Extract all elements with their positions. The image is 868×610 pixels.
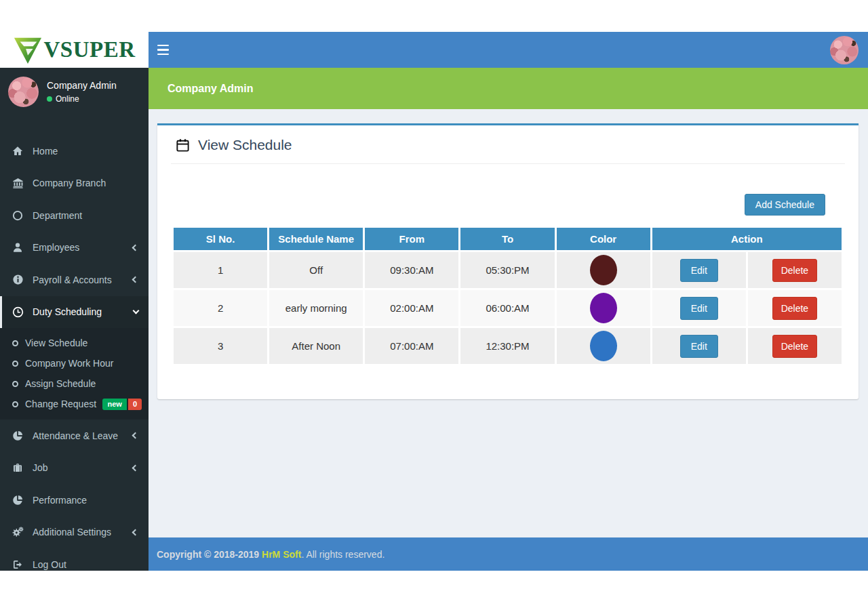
navbar-user-avatar[interactable] xyxy=(830,36,859,64)
circle-outline-icon xyxy=(12,361,18,367)
schedule-color-swatch xyxy=(590,255,617,285)
table-row: 1 Off 09:30:AM 05:30:PM Edit Delete xyxy=(174,252,842,288)
cell-sl-no: 2 xyxy=(174,290,267,326)
circle-outline-icon xyxy=(11,209,24,222)
submenu-item-company-work-hour[interactable]: Company Work Hour xyxy=(0,353,149,373)
cell-schedule-name: After Noon xyxy=(269,328,363,364)
card-title: View Schedule xyxy=(198,137,292,153)
cell-from: 02:00:AM xyxy=(365,290,458,326)
bank-icon xyxy=(11,176,24,190)
circle-outline-icon xyxy=(12,381,18,387)
page-header: Company Admin xyxy=(149,68,868,109)
copyright-text: Copyright © 2018-2019 xyxy=(157,549,262,560)
add-schedule-button[interactable]: Add Schedule xyxy=(745,194,825,216)
view-schedule-card: View Schedule Add Schedule Sl No. Schedu… xyxy=(157,123,859,399)
cell-to: 12:30:PM xyxy=(460,328,554,364)
app-window: VSUPER Company Admin Online xyxy=(0,32,868,571)
sidebar-user-avatar[interactable] xyxy=(8,77,39,107)
sidebar-item-label: Department xyxy=(33,210,82,221)
chevron-down-icon xyxy=(133,308,140,314)
sidebar-item-label: Additional Settings xyxy=(33,527,111,537)
page-title: Company Admin xyxy=(167,83,254,95)
sidebar-item-attendance-leave[interactable]: Attendance & Leave xyxy=(0,420,149,452)
delete-button[interactable]: Delete xyxy=(772,259,817,282)
sidebar-item-label: Log Out xyxy=(33,559,66,570)
edit-button[interactable]: Edit xyxy=(680,335,718,358)
chevron-left-icon xyxy=(132,464,139,471)
edit-button[interactable]: Edit xyxy=(680,259,718,282)
circle-outline-icon xyxy=(12,340,18,346)
edit-button[interactable]: Edit xyxy=(680,297,718,320)
user-name: Company Admin xyxy=(47,80,117,91)
online-status-dot xyxy=(47,96,52,102)
card-title-divider xyxy=(171,163,845,164)
sidebar-item-employees[interactable]: Employees xyxy=(0,232,149,264)
header-from: From xyxy=(365,228,458,250)
cell-schedule-name: early morning xyxy=(269,290,363,326)
sidebar-item-company-branch[interactable]: Company Branch xyxy=(0,167,149,200)
sidebar-item-job[interactable]: Job xyxy=(0,452,149,485)
sidebar-item-log-out[interactable]: Log Out xyxy=(0,548,149,571)
cell-schedule-name: Off xyxy=(269,252,363,288)
delete-button[interactable]: Delete xyxy=(772,335,817,358)
rights-text: . All rights reserved. xyxy=(301,549,384,560)
sidebar-menu: Home Company Branch Department xyxy=(0,135,149,571)
sidebar-item-department[interactable]: Department xyxy=(0,199,149,232)
chevron-left-icon xyxy=(132,277,139,283)
clock-icon xyxy=(11,305,24,319)
footer: Copyright © 2018-2019 HrM Soft. All righ… xyxy=(149,537,868,571)
schedule-color-swatch xyxy=(590,331,617,361)
sidebar-item-label: Performance xyxy=(33,495,87,506)
cell-sl-no: 3 xyxy=(174,328,267,364)
pie-chart-icon xyxy=(11,429,24,443)
online-status-label: Online xyxy=(56,94,79,104)
submenu-item-change-request[interactable]: Change Request new 0 xyxy=(0,394,149,414)
sidebar-item-performance[interactable]: Performance xyxy=(0,484,149,516)
calendar-icon xyxy=(175,138,191,153)
content-area: View Schedule Add Schedule Sl No. Schedu… xyxy=(149,109,868,537)
sidebar-item-duty-scheduling[interactable]: Duty Scheduling xyxy=(0,296,149,329)
delete-button[interactable]: Delete xyxy=(772,297,817,320)
sidebar-item-label: Company Branch xyxy=(33,178,106,188)
submenu-item-view-schedule[interactable]: View Schedule xyxy=(0,333,149,353)
header-schedule-name: Schedule Name xyxy=(269,228,363,250)
brand-name: HrM Soft xyxy=(262,549,301,560)
sidebar-item-payroll-accounts[interactable]: Payroll & Accounts xyxy=(0,264,149,296)
header-to: To xyxy=(460,228,554,250)
header-sl-no: Sl No. xyxy=(174,228,267,250)
pie-chart-icon xyxy=(11,493,24,507)
table-row: 2 early morning 02:00:AM 06:00:AM Edit D… xyxy=(174,290,842,326)
submenu-item-assign-schedule[interactable]: Assign Schedule xyxy=(0,373,149,394)
header-action: Action xyxy=(652,228,842,250)
brand-logo-icon xyxy=(13,35,43,65)
top-bar: VSUPER xyxy=(0,32,868,68)
duty-scheduling-submenu: View Schedule Company Work Hour Assign S… xyxy=(0,328,149,420)
change-request-badges: new 0 xyxy=(102,399,142,410)
home-icon xyxy=(11,144,24,158)
cell-from: 09:30:AM xyxy=(365,252,458,288)
sidebar-item-additional-settings[interactable]: Additional Settings xyxy=(0,516,149,549)
user-icon xyxy=(11,241,24,254)
header-color: Color xyxy=(557,228,650,250)
sidebar-item-home[interactable]: Home xyxy=(0,135,149,167)
table-header-row: Sl No. Schedule Name From To Color Actio… xyxy=(174,228,842,250)
navbar xyxy=(149,32,868,68)
cell-to: 06:00:AM xyxy=(460,290,554,326)
chevron-left-icon xyxy=(132,432,139,439)
chevron-left-icon xyxy=(132,244,139,251)
sidebar-item-label: Duty Scheduling xyxy=(33,306,102,317)
sidebar: Company Admin Online Home xyxy=(0,68,149,571)
cell-to: 05:30:PM xyxy=(460,252,554,288)
sidebar-item-label: Payroll & Accounts xyxy=(33,274,112,285)
cell-from: 07:00:AM xyxy=(365,328,458,364)
brand-logo[interactable]: VSUPER xyxy=(0,32,149,68)
sidebar-item-label: Attendance & Leave xyxy=(33,430,118,441)
sidebar-item-label: Job xyxy=(33,462,48,473)
sidebar-toggle-button[interactable] xyxy=(157,41,175,59)
main-area: Company Admin View Schedule xyxy=(149,68,868,571)
table-row: 3 After Noon 07:00:AM 12:30:PM Edit Dele… xyxy=(174,328,842,364)
gears-icon xyxy=(11,525,24,539)
sign-out-icon xyxy=(11,558,24,571)
info-circle-icon xyxy=(11,273,24,287)
circle-outline-icon xyxy=(12,401,18,407)
